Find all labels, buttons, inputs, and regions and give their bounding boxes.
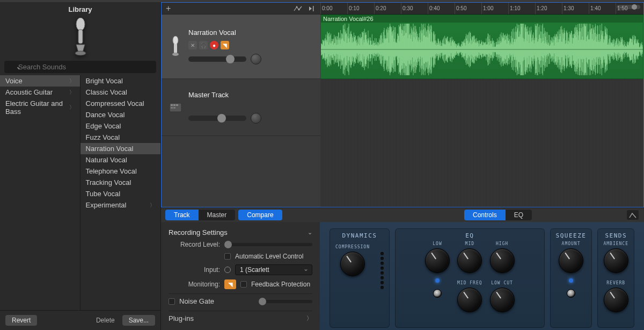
tab-controls[interactable]: Controls [464,210,506,220]
library-patch[interactable]: Experimental〉 [80,199,161,211]
send-reverb-knob[interactable] [604,288,628,312]
noise-gate-label: Noise Gate [179,297,214,305]
audio-region[interactable]: Narration Vocal#26 [320,15,643,79]
input-select[interactable]: 1 (Scarlett [235,264,312,275]
library-category-column: Voice〉 Acoustic Guitar〉 Electric Guitar … [0,75,80,310]
library-patch[interactable]: Compressed Vocal [80,98,161,109]
library-patch[interactable]: Tube Vocal [80,188,161,199]
library-category-voice[interactable]: Voice〉 [0,75,80,87]
revert-button[interactable]: Revert [5,315,37,326]
svg-point-2 [75,51,86,55]
tab-eq[interactable]: EQ [506,210,532,220]
track-name: Narration Vocal [188,28,314,37]
track-name: Master Track [188,91,314,99]
svg-point-4 [298,9,300,10]
mute-button[interactable]: ✕ [188,41,197,49]
add-track-button[interactable]: + [166,4,171,13]
compression-knob[interactable] [340,252,365,276]
ruler-tick: 0:20 [374,3,386,14]
solo-headphones-button[interactable]: 🎧 [199,41,208,49]
library-patch[interactable]: Dance Vocal [80,109,161,120]
compare-button[interactable]: Compare [238,210,282,220]
automation-toggle-icon[interactable] [294,4,302,13]
squeeze-amount-knob[interactable] [559,248,583,273]
record-level-label: Record Level: [169,241,220,248]
library-patch[interactable]: Telephone Vocal [80,166,161,177]
svg-rect-5 [313,6,313,11]
plugins-header[interactable]: Plug-ins 〉 [169,311,312,326]
patch-preview-image [0,16,160,59]
library-patch[interactable]: Tracking Vocal [80,177,161,188]
monitoring-toggle[interactable]: ◥ [224,279,236,289]
eq-jack-icon [433,289,442,298]
volume-slider[interactable] [188,56,246,62]
track-icon-master [168,103,183,112]
library-patch[interactable]: Fuzz Vocal [80,132,161,143]
eq-high-knob[interactable] [490,248,515,273]
region-label: Narration Vocal#26 [321,15,643,23]
track-icon-microphone [168,36,183,58]
feedback-protection-checkbox[interactable] [240,281,247,288]
input-monitor-button[interactable]: ◥ [221,41,229,49]
track-master-segment: Track Master [165,210,235,220]
chevron-right-icon: 〉 [69,104,75,111]
volume-slider[interactable] [188,116,246,121]
eq-led-icon [435,278,440,283]
pan-knob[interactable] [251,113,261,124]
library-panel: Library Voice〉 Acoustic Guitar〉 Electric… [0,2,161,330]
svg-point-6 [173,36,178,45]
library-patch[interactable]: Edge Vocal [80,120,161,132]
ruler-tick: 0:00 [320,3,332,14]
monitoring-label: Monitoring: [169,281,220,288]
track-row-master[interactable]: Master Track [162,79,320,136]
eq-midfreq-knob[interactable] [457,288,482,312]
ruler-tick: 0:30 [401,3,413,14]
record-enable-button[interactable]: ● [210,41,218,49]
recording-settings-header[interactable]: Recording Settings ⌄ [169,226,312,239]
input-channel-icon[interactable] [224,267,231,273]
library-patch[interactable]: Natural Vocal [80,154,161,166]
svg-rect-14 [173,107,175,109]
auto-level-checkbox[interactable] [224,253,231,260]
svg-rect-13 [171,107,173,109]
tab-track[interactable]: Track [165,210,199,220]
library-title: Library [0,2,160,16]
waveform-icon [321,23,643,76]
ruler-tick: 1:10 [508,3,520,14]
microphone-icon [71,18,90,56]
svg-point-0 [76,18,85,31]
library-patch[interactable]: Classic Vocal [80,87,161,98]
delete-button[interactable]: Delete [96,317,115,324]
tab-master[interactable]: Master [199,210,236,220]
send-ambience-knob[interactable] [604,248,628,273]
track-header-toolbar: + [162,3,320,15]
eq-lowcut-knob[interactable] [490,288,515,312]
library-category-electric-guitar-bass[interactable]: Electric Guitar and Bass〉 [0,98,80,117]
arrange-area[interactable]: 0:000:100:200:300:400:501:001:101:201:30… [320,3,643,207]
pan-knob[interactable] [251,54,261,64]
chevron-right-icon: 〉 [150,202,155,209]
library-patch-column: Bright Vocal Classic Vocal Compressed Vo… [80,75,161,310]
catch-playhead-icon[interactable] [308,4,316,13]
library-category-acoustic-guitar[interactable]: Acoustic Guitar〉 [0,87,80,98]
library-patch-selected[interactable]: Narration Vocal [80,143,161,154]
eq-mid-knob[interactable] [457,248,482,273]
noise-gate-checkbox[interactable] [169,298,175,305]
chevron-right-icon: 〉 [69,89,75,96]
record-level-slider[interactable] [224,243,312,246]
inspector-settings-icon[interactable] [627,210,639,220]
track-row-narration[interactable]: Narration Vocal ✕ 🎧 ● ◥ [162,15,320,79]
timeline-ruler[interactable]: 0:000:100:200:300:400:501:001:101:201:30… [320,3,643,15]
noise-gate-slider[interactable] [259,300,312,303]
svg-rect-12 [176,104,178,106]
chevron-right-icon: 〉 [69,77,75,85]
dynamics-meter [380,245,384,289]
svg-rect-7 [174,44,177,53]
search-sounds-input[interactable] [4,61,156,73]
chevron-right-icon: 〉 [306,314,312,322]
save-button[interactable]: Save... [122,315,155,326]
library-patch[interactable]: Bright Vocal [80,75,161,87]
eq-low-knob[interactable] [425,248,450,273]
ruler-tick: 0:40 [428,3,440,14]
ruler-tick: 1:30 [562,3,574,14]
